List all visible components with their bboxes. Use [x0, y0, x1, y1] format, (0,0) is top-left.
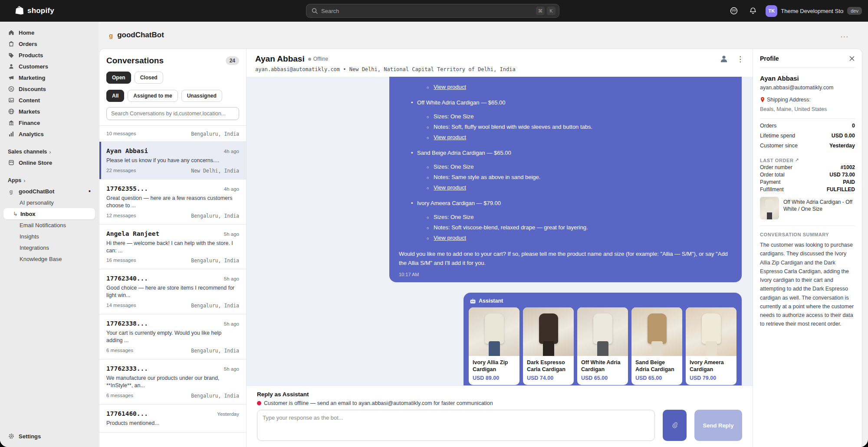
notifications-button[interactable]	[746, 4, 760, 17]
product-price: USD 89.00	[473, 375, 516, 381]
last-order-link[interactable]: LAST ORDER ↗	[760, 157, 855, 163]
product-bullet: Off White Adria Cardigan — $65.00	[411, 98, 732, 108]
sidebar-item-settings[interactable]: Settings	[3, 431, 95, 442]
globe-icon	[8, 108, 14, 114]
sidebar-item-online-store[interactable]: Online Store	[3, 157, 95, 168]
conversations-title: Conversations	[106, 56, 164, 65]
filter-closed[interactable]: Closed	[135, 72, 163, 84]
chat-panel: Ayan Abbasi Offline ⋮ ayan.abbasi@automa…	[247, 49, 753, 447]
content-icon	[8, 97, 14, 103]
product-price: USD 65.00	[635, 375, 678, 381]
customer-since: Yesterday	[829, 143, 855, 149]
assistant-bot-icon	[470, 298, 476, 304]
product-name: Ivory Ameera Cardigan	[690, 359, 733, 373]
sidebar-item-analytics[interactable]: Analytics	[3, 128, 95, 140]
list-item[interactable]: 17762333...5h ago We manufacture our pro…	[99, 359, 246, 405]
product-card[interactable]: Off White Adria Cardigan USD 65.00	[577, 307, 628, 385]
sidebar-item-ai-personality[interactable]: AI personality	[3, 197, 95, 208]
filter-all[interactable]: All	[106, 90, 124, 102]
close-profile-button[interactable]	[849, 55, 855, 62]
list-item[interactable]: 17762340...5h ago Good choice — here are…	[99, 269, 246, 314]
chevron-right-icon: ›	[49, 149, 51, 155]
top-bar: shopify Search ⌘ K TK Theme	[0, 0, 868, 22]
sales-channels-header[interactable]: Sales channels ›	[3, 147, 95, 157]
payment-status: PAID	[843, 179, 855, 185]
list-item-selected[interactable]: Ayan Abbasi4h ago Please let us know if …	[99, 142, 246, 179]
global-search[interactable]: Search ⌘ K	[306, 4, 559, 18]
sidebar-item-knowledge-base[interactable]: Knowledge Base	[3, 253, 95, 264]
product-card[interactable]: Ivory Allia Zip Cardigan USD 89.00	[469, 307, 519, 385]
shipping-address-label: Shipping Address:	[767, 97, 811, 103]
bot-message-closing: Would you like me to add one to your car…	[399, 249, 732, 268]
chat-customer-name: Ayan Abbasi	[255, 54, 305, 64]
assistant-label: Assistant	[479, 298, 503, 304]
product-image	[469, 307, 519, 356]
sidebar-item-customers[interactable]: Customers	[3, 61, 95, 72]
sidebar-item-home[interactable]: Home	[3, 27, 95, 38]
attach-button[interactable]	[663, 410, 687, 441]
sidebar: Home Orders Products Customers Marketing…	[0, 22, 99, 447]
sidebar-item-email-notifications[interactable]: Email Notifications	[3, 219, 95, 231]
reply-section: Reply as Assistant Customer is offline —…	[247, 385, 753, 447]
bell-icon	[749, 7, 757, 15]
product-name: Off White Adria Cardigan	[581, 359, 624, 373]
send-reply-button[interactable]: Send Reply	[694, 410, 742, 441]
page-overflow-menu[interactable]: ...	[841, 31, 849, 39]
page-header: g goodChatBot ...	[99, 22, 868, 49]
sidebar-item-insights[interactable]: Insights	[3, 231, 95, 242]
filter-open[interactable]: Open	[106, 72, 131, 84]
reply-input[interactable]	[257, 410, 655, 441]
store-name: Theme Development Stor...	[781, 8, 844, 14]
filter-assigned-to-me[interactable]: Assigned to me	[128, 90, 178, 102]
paperclip-icon	[671, 421, 679, 430]
gear-icon	[8, 433, 14, 439]
store-switcher[interactable]: TK Theme Development Stor... dev	[766, 5, 862, 17]
product-name: Sand Beige Adria Cardigan	[635, 359, 678, 373]
customer-profile-icon[interactable]	[719, 54, 729, 64]
pinned-dot-icon: •	[89, 188, 91, 195]
product-card[interactable]: Sand Beige Adria Cardigan USD 65.00	[631, 307, 682, 385]
sidebar-item-finance[interactable]: Finance	[3, 117, 95, 128]
page-title: goodChatBot	[117, 31, 164, 39]
order-total: USD 73.00	[829, 172, 855, 178]
view-product-link[interactable]: View product	[434, 235, 466, 241]
sidekick-button[interactable]	[727, 4, 740, 17]
sidebar-item-marketing[interactable]: Marketing	[3, 72, 95, 83]
list-item[interactable]: 10 messages Bengaluru, India	[99, 126, 246, 142]
view-product-link[interactable]: View product	[434, 84, 466, 90]
conversation-summary-text: The customer was looking to purchase car…	[760, 241, 855, 329]
messages-area[interactable]: View product Off White Adria Cardigan — …	[247, 77, 753, 385]
list-item[interactable]: 17762338...5h ago Your cart is currently…	[99, 314, 246, 359]
assistant-carousel-bubble: Assistant Ivory Allia Zip Cardigan USD 8…	[464, 293, 742, 385]
list-item[interactable]: Angela Ranjeet5h ago Hi there — welcome …	[99, 225, 246, 270]
status-label: Offline	[313, 56, 328, 62]
person-icon	[8, 63, 14, 69]
sidebar-item-inbox[interactable]: ↳ Inbox	[3, 208, 95, 219]
bot-message-bubble: View product Off White Adria Cardigan — …	[389, 77, 742, 282]
offline-indicator-dot	[257, 401, 261, 405]
product-card[interactable]: Ivory Ameera Cardigan USD 79.00	[686, 307, 736, 385]
sidebar-item-orders[interactable]: Orders	[3, 38, 95, 49]
sidebar-item-integrations[interactable]: Integrations	[3, 242, 95, 253]
filter-unassigned[interactable]: Unassigned	[181, 90, 222, 102]
sidebar-item-products[interactable]: Products	[3, 49, 95, 61]
product-card[interactable]: Dark Espresso Carla Cardigan USD 74.00	[523, 307, 574, 385]
apps-header[interactable]: Apps ›	[3, 175, 95, 186]
product-name: Dark Espresso Carla Cardigan	[527, 359, 570, 373]
shopify-logo[interactable]: shopify	[0, 6, 104, 16]
list-item[interactable]: 17762355...4h ago Great question — here …	[99, 179, 246, 225]
discount-icon	[8, 86, 14, 92]
view-product-link[interactable]: View product	[434, 184, 466, 191]
chat-overflow-menu[interactable]: ⋮	[736, 55, 744, 63]
list-item[interactable]: 17761460...Yesterday Products mentioned.…	[99, 405, 246, 433]
sidebar-item-markets[interactable]: Markets	[3, 106, 95, 117]
sidebar-item-goodchatbot[interactable]: g goodChatBot •	[3, 186, 95, 197]
view-product-link[interactable]: View product	[434, 134, 466, 140]
chevron-right-icon: ›	[23, 177, 25, 184]
conversations-search-input[interactable]	[106, 107, 239, 120]
profile-panel: Profile Ayan Abbasi ayan.abbasi@automati…	[753, 49, 862, 447]
sidebar-item-content[interactable]: Content	[3, 95, 95, 106]
sidebar-item-discounts[interactable]: Discounts	[3, 83, 95, 95]
profile-title: Profile	[760, 55, 779, 62]
main-area: g goodChatBot ... Conversations 24 Open …	[99, 22, 868, 447]
